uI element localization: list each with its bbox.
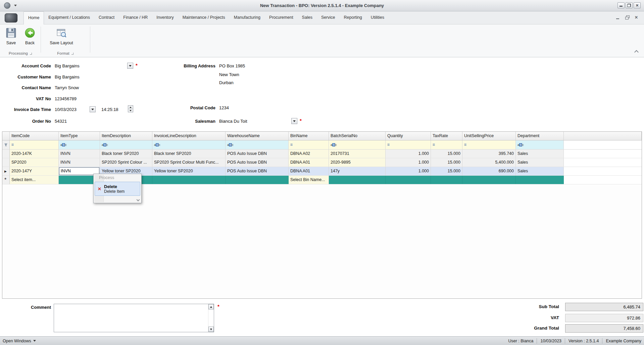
cell-itemtype[interactable]: INVN: [59, 158, 100, 167]
cell-itemdescription[interactable]: SP2020 Sprint Colour ...: [100, 158, 152, 167]
column-header-itemtype[interactable]: ItemType: [59, 132, 100, 140]
column-header-itemcode[interactable]: ItemCode: [10, 132, 59, 140]
column-header-quantity[interactable]: Quantity: [386, 132, 431, 140]
grid-row-1[interactable]: 2020-147K INVN Black toner SP2020 Black …: [2, 150, 642, 158]
close-button[interactable]: [634, 2, 641, 8]
tab-procurement[interactable]: Procurement: [265, 11, 298, 24]
bpo-logo-icon[interactable]: [5, 13, 17, 22]
cell-batchserialno[interactable]: 20170731: [329, 150, 386, 158]
filter-warehousename[interactable]: [226, 140, 289, 149]
context-menu-scroll-down-icon[interactable]: [137, 198, 140, 202]
cell-unitsellingprice[interactable]: 395.740: [462, 150, 516, 158]
back-button[interactable]: Back: [21, 26, 39, 50]
new-row-cell[interactable]: [152, 176, 226, 184]
tab-reporting[interactable]: Reporting: [340, 11, 366, 24]
tab-sales[interactable]: Sales: [298, 11, 317, 24]
dialog-launcher-icon[interactable]: [71, 53, 73, 55]
grid-row-2[interactable]: SP2020 INVN SP2020 Sprint Colour ... SP2…: [2, 158, 642, 167]
filter-quantity[interactable]: [386, 140, 431, 149]
order-no-value[interactable]: 54321: [55, 119, 67, 124]
cell-department[interactable]: Sales: [516, 167, 564, 175]
cell-binname[interactable]: DBNA A01: [289, 167, 329, 175]
cell-taxrate[interactable]: 15.000: [431, 158, 462, 167]
cell-invoicelinedescription[interactable]: Yellow toner SP2020: [152, 167, 226, 175]
account-code-value[interactable]: Big Bargains: [55, 63, 80, 68]
filter-itemcode[interactable]: [10, 140, 59, 149]
tab-inventory[interactable]: Inventory: [152, 11, 178, 24]
cell-quantity[interactable]: 1.000: [386, 167, 431, 175]
cell-itemtype[interactable]: INVN: [59, 150, 100, 158]
tab-home[interactable]: Home: [23, 11, 44, 24]
new-row-cell[interactable]: [462, 176, 516, 184]
minimize-button[interactable]: [617, 2, 625, 8]
tab-manufacturing[interactable]: Manufacturing: [230, 11, 265, 24]
invoice-date-value[interactable]: 10/03/2023: [55, 107, 77, 112]
tab-utilities[interactable]: Utilities: [366, 11, 389, 24]
column-header-warehousename[interactable]: WarehouseName: [226, 132, 289, 140]
account-code-dropdown[interactable]: [127, 63, 133, 69]
cell-quantity[interactable]: 1.000: [386, 150, 431, 158]
cell-batchserialno[interactable]: 147y: [329, 167, 386, 175]
filter-taxrate[interactable]: [431, 140, 462, 149]
save-button[interactable]: Save: [2, 26, 20, 50]
cell-unitsellingprice[interactable]: 5,400.000: [462, 158, 516, 167]
mdi-close-icon[interactable]: [634, 15, 639, 20]
new-row-cell[interactable]: [226, 176, 289, 184]
tab-equipment-locations[interactable]: Equipment / Locations: [44, 11, 94, 24]
cell-itemcode[interactable]: 2020-147Y: [10, 167, 59, 175]
open-windows-button[interactable]: Open Windows: [3, 337, 36, 345]
scroll-up-icon[interactable]: [208, 304, 214, 309]
comment-scrollbar[interactable]: [208, 304, 214, 332]
save-layout-button[interactable]: Save Layout: [43, 26, 80, 50]
invoice-time-value[interactable]: 14:25:18: [101, 107, 118, 112]
cell-warehousename[interactable]: POS Auto Issue DBN: [226, 158, 289, 167]
cell-taxrate[interactable]: 15.000: [431, 167, 462, 175]
filter-unitsellingprice[interactable]: [462, 140, 516, 149]
comment-textarea[interactable]: [54, 304, 208, 332]
new-row-cell[interactable]: [516, 176, 564, 184]
cell-itemcode[interactable]: SP2020: [10, 158, 59, 167]
tab-service[interactable]: Service: [317, 11, 340, 24]
filter-itemdescription[interactable]: [100, 140, 152, 149]
cell-quantity[interactable]: 1.000: [386, 158, 431, 167]
spin-up-icon[interactable]: [128, 106, 133, 109]
new-row-cell[interactable]: [431, 176, 462, 184]
column-header-binname[interactable]: BinName: [289, 132, 329, 140]
filter-binname[interactable]: [289, 140, 329, 149]
cell-itemdescription[interactable]: Black toner SP2020: [100, 150, 152, 158]
new-row-binname[interactable]: Select Bin Name...: [289, 176, 329, 184]
filter-department[interactable]: [516, 140, 564, 149]
mdi-minimize-icon[interactable]: [615, 15, 621, 20]
new-row-itemcode[interactable]: Select item...: [10, 176, 59, 184]
collapse-ribbon-icon[interactable]: [634, 50, 639, 54]
filter-invoicelinedescription[interactable]: [152, 140, 226, 149]
cell-itemcode[interactable]: 2020-147K: [10, 150, 59, 158]
column-header-batchserialno[interactable]: BatchSerialNo: [329, 132, 386, 140]
cell-warehousename[interactable]: POS Auto Issue DBN: [226, 150, 289, 158]
time-spinner[interactable]: [128, 105, 133, 112]
cell-taxrate[interactable]: 15.000: [431, 150, 462, 158]
column-header-invoicelinedescription[interactable]: InvoiceLineDescription: [152, 132, 226, 140]
tab-contract[interactable]: Contract: [94, 11, 119, 24]
scroll-down-icon[interactable]: [208, 327, 214, 332]
cell-invoicelinedescription[interactable]: SP2020 Sprint Colour Multi Func...: [152, 158, 226, 167]
cell-department[interactable]: Sales: [516, 150, 564, 158]
salesman-dropdown[interactable]: [291, 118, 297, 124]
restore-button[interactable]: [626, 2, 633, 8]
dialog-launcher-icon[interactable]: [30, 53, 32, 55]
mdi-restore-icon[interactable]: [625, 15, 630, 20]
context-menu-delete-item[interactable]: Delete Delete Item: [95, 182, 140, 196]
tab-maintenance-projects[interactable]: Maintenance / Projects: [178, 11, 230, 24]
column-header-itemdescription[interactable]: ItemDescription: [100, 132, 152, 140]
column-header-unitsellingprice[interactable]: UnitSellingPrice: [462, 132, 516, 140]
salesman-value[interactable]: Bianca Du Toit: [219, 119, 247, 124]
cell-department[interactable]: Sales: [516, 158, 564, 167]
cell-batchserialno[interactable]: 2020-9895: [329, 158, 386, 167]
tab-finance-hr[interactable]: Finance / HR: [119, 11, 152, 24]
filter-batchserialno[interactable]: [329, 140, 386, 149]
cell-invoicelinedescription[interactable]: Black toner SP2020: [152, 150, 226, 158]
cell-binname[interactable]: DBNA A01: [289, 158, 329, 167]
date-dropdown[interactable]: [90, 106, 96, 112]
new-row-cell[interactable]: [386, 176, 431, 184]
column-header-taxrate[interactable]: TaxRate: [431, 132, 462, 140]
